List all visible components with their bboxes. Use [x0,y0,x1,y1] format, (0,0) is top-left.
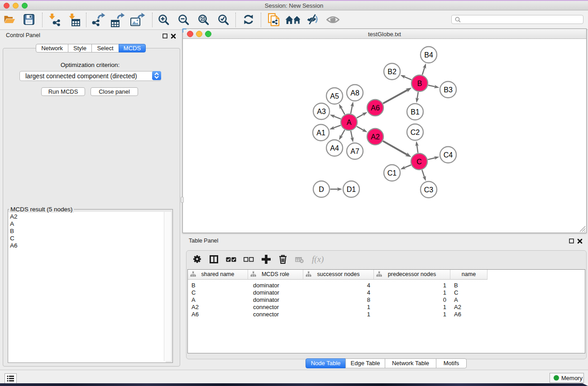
svg-text:A8: A8 [350,89,359,97]
svg-text:A2: A2 [371,133,380,141]
svg-text:A7: A7 [350,148,359,155]
svg-text:D1: D1 [347,186,356,193]
svg-text:C2: C2 [411,129,420,136]
svg-text:A4: A4 [330,144,339,152]
svg-text:D: D [319,186,324,193]
svg-text:C: C [416,158,422,166]
svg-text:B2: B2 [387,68,397,76]
svg-text:C3: C3 [424,186,434,194]
svg-text:A3: A3 [317,108,326,115]
svg-text:A6: A6 [371,104,380,112]
svg-text:B4: B4 [424,51,433,59]
svg-text:A1: A1 [316,129,325,137]
svg-text:B1: B1 [411,108,420,116]
svg-text:A: A [347,119,352,126]
svg-text:C4: C4 [444,151,453,159]
svg-text:B: B [417,80,422,87]
svg-text:A5: A5 [330,92,339,100]
svg-text:B3: B3 [444,86,453,94]
svg-text:C1: C1 [387,169,397,177]
